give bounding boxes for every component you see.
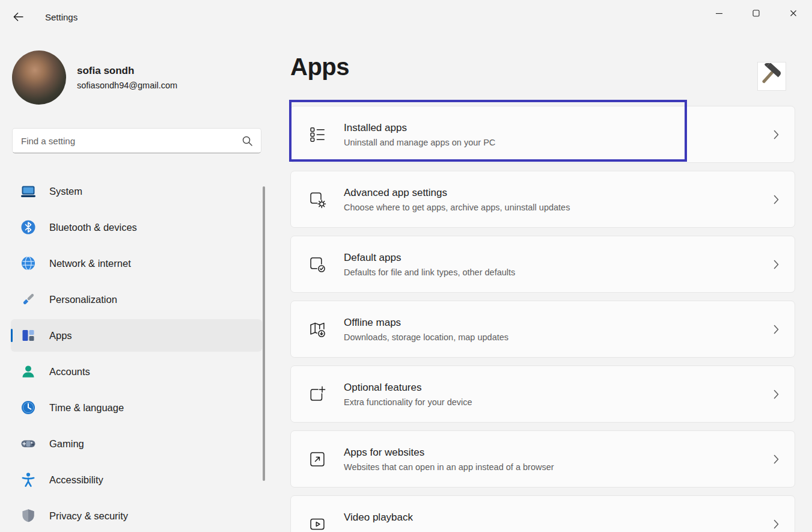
card-title: Apps for websites	[344, 447, 554, 459]
sidebar-scrollbar[interactable]	[263, 186, 265, 481]
card-installed-apps[interactable]: Installed apps Uninstall and manage apps…	[290, 106, 795, 163]
search-icon	[242, 136, 252, 146]
sidebar-item-system[interactable]: System	[11, 175, 262, 207]
sidebar-item-label: Bluetooth & devices	[49, 222, 137, 233]
card-text: Optional features Extra functionality fo…	[344, 382, 472, 407]
avatar	[12, 50, 66, 105]
bluetooth-icon	[20, 219, 36, 235]
sidebar-item-label: Accounts	[49, 366, 90, 378]
profile-name: sofia sondh	[77, 65, 177, 77]
accessibility-icon	[20, 472, 36, 488]
card-offline-maps[interactable]: Offline maps Downloads, storage location…	[290, 301, 795, 358]
chevron-right-icon	[774, 260, 779, 269]
sidebar-item-apps[interactable]: Apps	[11, 319, 262, 352]
chevron-right-icon	[774, 325, 779, 334]
profile-email: sofiasondh94@gmail.com	[77, 81, 177, 90]
accounts-icon	[20, 364, 36, 379]
sidebar-item-label: Gaming	[49, 438, 84, 450]
profile-text: sofia sondh sofiasondh94@gmail.com	[77, 65, 177, 90]
close-button[interactable]	[775, 0, 812, 26]
sidebar-item-label: Apps	[49, 330, 72, 341]
card-title: Installed apps	[344, 122, 495, 134]
sidebar-nav: System Bluetooth & devices Network & int…	[0, 175, 276, 532]
apps-icon	[20, 328, 36, 343]
card-subtitle: Downloads, storage location, map updates	[344, 332, 508, 342]
chevron-right-icon	[774, 130, 779, 139]
card-video-playback[interactable]: Video playback	[290, 495, 795, 532]
sidebar-item-gaming[interactable]: Gaming	[11, 427, 262, 460]
card-optional-features[interactable]: Optional features Extra functionality fo…	[290, 365, 795, 423]
card-title: Video playback	[344, 512, 413, 524]
page-title: Apps	[290, 53, 812, 81]
card-subtitle	[344, 527, 413, 532]
card-subtitle: Extra functionality for your device	[344, 397, 472, 407]
titlebar: Settings	[0, 0, 812, 34]
sidebar-item-personalization[interactable]: Personalization	[11, 283, 262, 316]
installed-apps-icon	[291, 126, 344, 144]
chevron-right-icon	[774, 195, 779, 204]
gaming-icon	[20, 436, 36, 451]
optional-features-icon	[291, 385, 344, 403]
sidebar: sofia sondh sofiasondh94@gmail.com Syste…	[0, 34, 276, 532]
card-title: Optional features	[344, 382, 472, 394]
sidebar-item-label: Network & internet	[49, 258, 131, 269]
sidebar-item-network-internet[interactable]: Network & internet	[11, 247, 262, 280]
card-default-apps[interactable]: Default apps Defaults for file and link …	[290, 236, 795, 293]
card-text: Installed apps Uninstall and manage apps…	[344, 122, 495, 147]
close-icon	[790, 10, 797, 17]
card-text: Offline maps Downloads, storage location…	[344, 317, 508, 342]
card-text: Video playback	[344, 512, 413, 532]
sidebar-item-time-language[interactable]: Time & language	[11, 391, 262, 424]
main-content: Apps Inst	[290, 34, 812, 532]
chevron-right-icon	[774, 454, 779, 464]
chevron-right-icon	[774, 390, 779, 399]
card-text: Advanced app settings Choose where to ge…	[344, 187, 570, 212]
sidebar-item-accessibility[interactable]: Accessibility	[11, 463, 262, 496]
card-text: Default apps Defaults for file and link …	[344, 252, 515, 277]
search-box[interactable]	[12, 128, 261, 153]
card-text: Apps for websites Websites that can open…	[344, 447, 554, 472]
sidebar-item-label: Privacy & security	[49, 510, 128, 522]
sidebar-item-bluetooth-devices[interactable]: Bluetooth & devices	[11, 211, 262, 243]
maximize-button[interactable]	[737, 0, 775, 26]
sidebar-item-label: Personalization	[49, 294, 117, 305]
card-title: Advanced app settings	[344, 187, 570, 199]
card-subtitle: Defaults for file and link types, other …	[344, 268, 515, 277]
search-input[interactable]	[13, 136, 242, 146]
sidebar-item-label: System	[49, 186, 82, 197]
back-button[interactable]	[8, 7, 28, 26]
network-icon	[20, 255, 36, 271]
card-apps-for-websites[interactable]: Apps for websites Websites that can open…	[290, 430, 795, 488]
minimize-button[interactable]	[700, 0, 737, 26]
card-subtitle: Uninstall and manage apps on your PC	[344, 138, 495, 147]
card-title: Offline maps	[344, 317, 508, 329]
system-icon	[20, 183, 36, 199]
window-title: Settings	[45, 12, 78, 22]
window-controls	[700, 0, 812, 26]
profile[interactable]: sofia sondh sofiasondh94@gmail.com	[0, 34, 276, 105]
back-arrow-icon	[13, 12, 23, 22]
apps-for-websites-icon	[291, 450, 344, 468]
minimize-icon	[715, 10, 723, 17]
maximize-icon	[752, 10, 760, 17]
sidebar-item-privacy-security[interactable]: Privacy & security	[11, 500, 262, 532]
hammer-cursor-image	[757, 62, 786, 91]
time-language-icon	[20, 400, 36, 415]
sidebar-item-label: Time & language	[49, 402, 124, 414]
advanced-app-settings-icon	[291, 191, 344, 209]
offline-maps-icon	[291, 320, 344, 338]
card-title: Default apps	[344, 252, 515, 264]
settings-card-list: Installed apps Uninstall and manage apps…	[290, 106, 812, 532]
card-subtitle: Choose where to get apps, archive apps, …	[344, 203, 570, 212]
sidebar-item-accounts[interactable]: Accounts	[11, 355, 262, 388]
video-playback-icon	[291, 515, 344, 532]
privacy-icon	[20, 508, 36, 524]
chevron-right-icon	[774, 519, 779, 529]
card-subtitle: Websites that can open in an app instead…	[344, 462, 554, 472]
sidebar-item-label: Accessibility	[49, 474, 103, 486]
personalization-icon	[20, 292, 36, 307]
card-advanced-app-settings[interactable]: Advanced app settings Choose where to ge…	[290, 171, 795, 228]
default-apps-icon	[291, 255, 344, 274]
